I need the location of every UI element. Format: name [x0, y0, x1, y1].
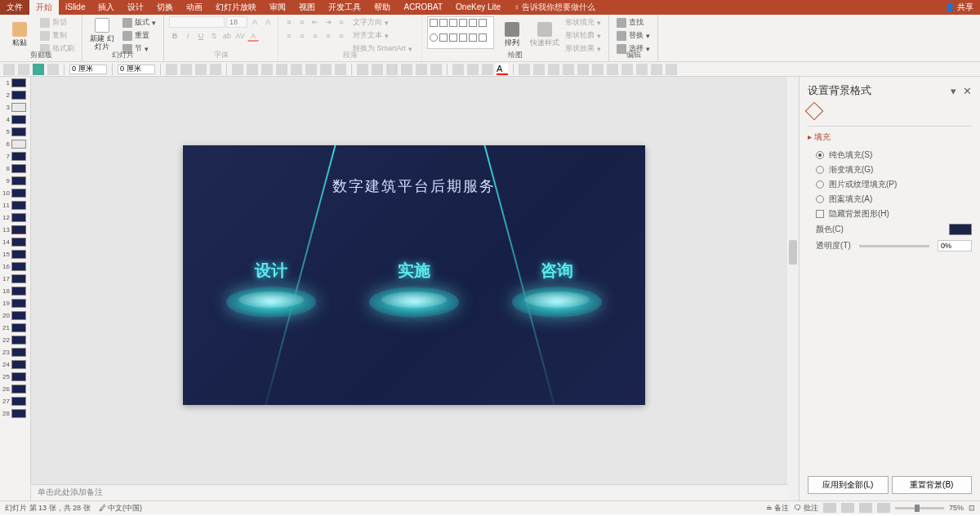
tb2-button[interactable]	[621, 64, 633, 75]
tb2-button[interactable]: A	[497, 64, 508, 75]
solid-fill-radio[interactable]: 纯色填充(S)	[808, 148, 972, 162]
slide-thumbnail[interactable]: 26	[0, 383, 30, 395]
tab-transitions[interactable]: 切换	[150, 0, 180, 15]
indent-dec-button[interactable]: ⇤	[310, 16, 321, 28]
notes-pane[interactable]: 单击此处添加备注	[31, 484, 787, 500]
tb2-button[interactable]	[467, 64, 479, 75]
normal-view-button[interactable]	[823, 503, 836, 513]
slide-thumbnail[interactable]: 7	[0, 150, 30, 162]
tab-design[interactable]: 设计	[121, 0, 150, 15]
slide-thumbnail[interactable]: 9	[0, 175, 30, 187]
layout-button[interactable]: 版式 ▾	[120, 16, 158, 29]
pos-x-input[interactable]	[69, 64, 107, 74]
tb2-button[interactable]	[636, 64, 648, 75]
slide-thumbnail[interactable]: 15	[0, 248, 30, 260]
tb2-button[interactable]	[261, 64, 273, 75]
apply-all-button[interactable]: 应用到全部(L)	[808, 476, 889, 494]
bold-button[interactable]: B	[169, 30, 180, 42]
find-button[interactable]: 查找	[614, 16, 653, 29]
slide-thumbnail[interactable]: 3	[0, 101, 30, 113]
align-left-button[interactable]: ≡	[283, 30, 295, 42]
reading-view-button[interactable]	[859, 503, 872, 513]
tb2-button[interactable]	[592, 64, 604, 75]
tab-view[interactable]: 视图	[292, 0, 322, 15]
italic-button[interactable]: I	[182, 30, 194, 42]
tb2-button[interactable]	[430, 64, 442, 75]
numbering-button[interactable]: ≡	[296, 16, 308, 28]
sorter-view-button[interactable]	[841, 503, 854, 513]
tb2-button[interactable]	[548, 64, 559, 75]
slide-thumbnail[interactable]: 23	[0, 346, 30, 358]
tb2-button[interactable]	[210, 64, 221, 75]
tb2-button[interactable]	[166, 64, 177, 75]
tb2-button[interactable]	[276, 64, 287, 75]
tb2-button[interactable]	[47, 64, 59, 75]
tb2-button[interactable]	[232, 64, 243, 75]
shapes-gallery[interactable]	[427, 16, 494, 49]
tb2-button[interactable]	[533, 64, 545, 75]
slide-canvas[interactable]: 数字建筑平台后期服务 设计 实施 咨询 单击此处添加备注	[31, 77, 799, 500]
tb2-button[interactable]	[3, 64, 15, 75]
tab-file[interactable]: 文件	[0, 0, 29, 15]
slide-thumbnail[interactable]: 22	[0, 334, 30, 346]
paste-button[interactable]: 粘贴	[5, 16, 34, 52]
tb2-button[interactable]	[18, 64, 29, 75]
pane-dropdown-icon[interactable]: ▾	[951, 85, 956, 97]
zoom-level[interactable]: 75%	[949, 504, 964, 512]
align-right-button[interactable]: ≡	[310, 30, 321, 42]
slide-thumbnail[interactable]: 21	[0, 322, 30, 334]
close-icon[interactable]: ✕	[963, 85, 972, 97]
strike-button[interactable]: S	[208, 30, 220, 42]
arrange-button[interactable]: 排列	[497, 16, 527, 52]
hide-bg-graphics-check[interactable]: 隐藏背景图形(H)	[808, 207, 972, 221]
tab-islide[interactable]: iSlide	[59, 0, 91, 15]
indent-inc-button[interactable]: ⇥	[323, 16, 334, 28]
tb2-button[interactable]	[305, 64, 317, 75]
cut-button[interactable]: 剪切	[38, 16, 77, 29]
tab-slideshow[interactable]: 幻灯片放映	[209, 0, 263, 15]
shape-outline-button[interactable]: 形状轮廓 ▾	[563, 29, 604, 42]
scrollbar-thumb[interactable]	[789, 240, 797, 265]
picture-fill-radio[interactable]: 图片或纹理填充(P)	[808, 177, 972, 192]
slide-thumbnail[interactable]: 18	[0, 285, 30, 297]
tab-onekey[interactable]: OneKey Lite	[449, 0, 507, 15]
shrink-font-button[interactable]: A	[262, 16, 274, 28]
slide-thumbnail[interactable]: 4	[0, 113, 30, 126]
shadow-button[interactable]: ab	[221, 30, 233, 42]
columns-button[interactable]: ≡	[336, 30, 347, 42]
new-slide-button[interactable]: 新建 幻灯片	[87, 16, 117, 52]
slide-thumbnail[interactable]: 12	[0, 211, 30, 224]
tb2-button[interactable]	[357, 64, 368, 75]
zoom-thumb[interactable]	[915, 505, 920, 512]
shape-fill-button[interactable]: 形状填充 ▾	[563, 16, 604, 29]
slide-thumbnail[interactable]: 5	[0, 126, 30, 138]
justify-button[interactable]: ≡	[323, 30, 334, 42]
underline-button[interactable]: U	[195, 30, 207, 42]
color-picker-button[interactable]	[949, 224, 972, 235]
slide-thumbnail[interactable]: 11	[0, 199, 30, 211]
tb2-button[interactable]	[372, 64, 383, 75]
font-family-input[interactable]	[169, 16, 225, 28]
slide-thumbnail[interactable]: 13	[0, 224, 30, 236]
tb2-button[interactable]	[195, 64, 207, 75]
slideshow-view-button[interactable]	[877, 503, 890, 513]
align-center-button[interactable]: ≡	[296, 30, 308, 42]
tb2-button[interactable]	[482, 64, 493, 75]
quick-styles-button[interactable]: 快速样式	[530, 16, 559, 52]
share-button[interactable]: 👤 共享	[945, 2, 973, 13]
vertical-scrollbar[interactable]	[787, 77, 799, 500]
tb2-button[interactable]	[401, 64, 412, 75]
tb2-button[interactable]	[519, 64, 530, 75]
pos-y-input[interactable]	[118, 64, 155, 74]
align-text-button[interactable]: 对齐文本 ▾	[350, 29, 415, 42]
bullets-button[interactable]: ≡	[283, 16, 295, 28]
tb2-button[interactable]	[335, 64, 346, 75]
tb2-button[interactable]	[33, 64, 44, 75]
slide-thumbnail[interactable]: 20	[0, 309, 30, 322]
tb2-button[interactable]	[291, 64, 302, 75]
tb2-button[interactable]	[452, 64, 464, 75]
pattern-fill-radio[interactable]: 图案填充(A)	[808, 192, 972, 207]
font-color-button[interactable]: A	[247, 30, 259, 42]
comments-toggle[interactable]: 🗨 批注	[794, 503, 818, 514]
slide-thumbnail[interactable]: 28	[0, 407, 30, 420]
